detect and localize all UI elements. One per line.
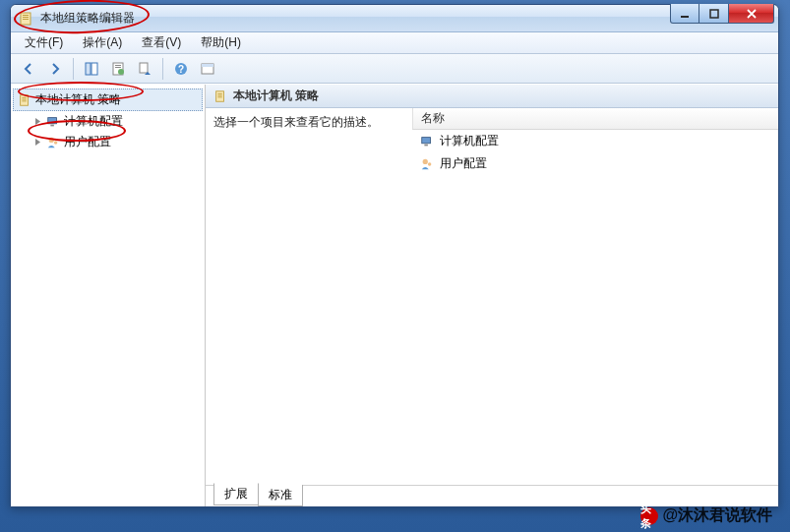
svg-rect-1 [23,15,29,16]
menu-help[interactable]: 帮助(H) [191,31,251,54]
tabs-strip: 扩展 标准 [206,485,778,506]
help-button[interactable]: ? [169,57,193,81]
toolbar: ? [11,54,778,84]
svg-rect-3 [23,19,29,20]
detail-header: 本地计算机 策略 [206,85,778,108]
computer-icon [46,115,60,129]
description-text: 选择一个项目来查看它的描述。 [213,115,379,129]
menu-file[interactable]: 文件(F) [15,31,73,54]
svg-rect-24 [424,144,428,146]
svg-rect-23 [422,137,431,143]
user-icon [46,136,60,149]
watermark: 头条 @沐沐君说软件 [640,505,772,526]
svg-point-25 [423,158,428,163]
list-item-user[interactable]: 用户配置 [412,152,778,175]
window-controls [670,4,774,24]
user-icon [420,157,434,171]
tab-standard[interactable]: 标准 [258,485,303,506]
maximize-button[interactable] [699,4,729,24]
list-column: 名称 计算机配置 用户配置 [412,108,778,485]
watermark-badge: 头条 [640,507,658,525]
svg-rect-9 [115,65,121,66]
back-button[interactable] [17,57,40,81]
svg-rect-7 [91,63,97,75]
main-body: 本地计算机 策略 计算机配置 用户配置 本地计算机 策略 选择一个项目来查看它的… [11,84,778,506]
svg-rect-5 [710,10,718,18]
svg-rect-22 [216,90,224,101]
tree-root-label: 本地计算机 策略 [35,91,121,108]
tree-root[interactable]: 本地计算机 策略 [13,89,203,111]
tree-pane: 本地计算机 策略 计算机配置 用户配置 [11,85,206,506]
description-column: 选择一个项目来查看它的描述。 [206,108,412,485]
window-title: 本地组策略编辑器 [40,10,135,27]
tree-item-label: 计算机配置 [64,113,123,130]
menubar: 文件(F) 操作(A) 查看(V) 帮助(H) [11,32,778,54]
svg-rect-16 [202,64,213,67]
menu-action[interactable]: 操作(A) [73,31,132,54]
column-header-label: 名称 [421,110,445,127]
minimize-button[interactable] [670,4,699,24]
filter-button[interactable] [196,57,219,81]
export-button[interactable] [133,57,156,81]
svg-rect-6 [86,63,91,75]
column-header-name[interactable]: 名称 [412,108,778,130]
app-icon [19,11,34,27]
tab-extended[interactable]: 扩展 [213,483,259,505]
computer-icon [420,135,434,148]
detail-body: 选择一个项目来查看它的描述。 名称 计算机配置 用户配置 [206,108,778,485]
svg-rect-19 [50,124,54,126]
expand-icon[interactable] [32,138,42,148]
show-tree-button[interactable] [80,57,103,81]
svg-rect-2 [23,17,29,18]
svg-point-21 [54,141,58,145]
app-window: 本地组策略编辑器 文件(F) 操作(A) 查看(V) 帮助(H) ? 本地计算机… [10,4,779,507]
tree-item-computer[interactable]: 计算机配置 [13,111,203,132]
close-button[interactable] [729,4,774,24]
tree-item-label: 用户配置 [64,134,111,150]
svg-rect-18 [48,117,57,123]
list-item-computer[interactable]: 计算机配置 [412,130,778,152]
watermark-text: @沐沐君说软件 [662,505,772,526]
svg-text:?: ? [178,64,184,75]
policy-icon [213,89,227,103]
list-item-label: 计算机配置 [440,133,499,149]
detail-header-label: 本地计算机 策略 [233,88,319,104]
menu-view[interactable]: 查看(V) [132,31,191,54]
toolbar-separator [73,58,74,80]
titlebar[interactable]: 本地组策略编辑器 [11,5,778,32]
svg-point-26 [428,162,432,166]
detail-pane: 本地计算机 策略 选择一个项目来查看它的描述。 名称 计算机配置 [206,85,778,506]
list-item-label: 用户配置 [440,155,487,172]
expand-icon[interactable] [32,117,42,127]
svg-rect-4 [681,16,689,18]
svg-point-11 [118,69,124,75]
svg-rect-12 [140,63,148,73]
svg-rect-10 [115,67,121,68]
toolbar-separator [162,58,163,80]
tree-item-user[interactable]: 用户配置 [13,132,203,152]
svg-rect-17 [21,94,29,105]
forward-button[interactable] [43,57,67,81]
properties-button[interactable] [106,57,130,81]
policy-icon [18,93,31,107]
svg-point-20 [49,137,54,142]
